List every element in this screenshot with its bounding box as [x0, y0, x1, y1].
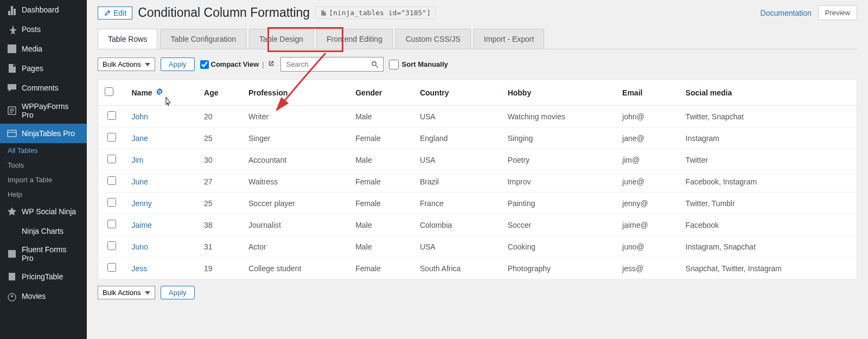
cell-age: 19: [197, 258, 242, 279]
row-checkbox[interactable]: [107, 198, 116, 207]
search-input[interactable]: [280, 57, 384, 72]
sidebar-item-pages[interactable]: Pages: [0, 59, 87, 78]
popout-icon[interactable]: [267, 60, 275, 69]
sidebar-item-ninja-charts[interactable]: Ninja Charts: [0, 221, 87, 241]
cell-profession: College student: [242, 258, 349, 279]
row-checkbox[interactable]: [107, 241, 116, 250]
cell-gender: Female: [349, 258, 413, 279]
sidebar-item-posts[interactable]: Posts: [0, 20, 87, 39]
sidebar-item-movies[interactable]: Movies: [0, 286, 87, 306]
tabs: Table RowsTable ConfigurationTable Desig…: [98, 29, 857, 49]
tab-table-configuration[interactable]: Table Configuration: [160, 29, 246, 49]
table-row[interactable]: Jim30AccountantMaleUSAPoetryjim@Twitter: [98, 149, 857, 171]
comment-icon: [7, 82, 17, 93]
cell-age: 25: [197, 193, 242, 214]
column-header-social-media[interactable]: Social media: [679, 80, 857, 106]
pricing-icon: [7, 271, 17, 282]
table-row[interactable]: June27WaitressFemaleBrazilImprovjune@Fac…: [98, 171, 857, 193]
row-checkbox[interactable]: [107, 220, 116, 228]
table-row[interactable]: Juno31ActorMaleUSACookingjuno@Instagram,…: [98, 236, 857, 258]
cell-name: Jane: [125, 127, 198, 149]
cell-hobby: Soccer: [501, 214, 616, 236]
cell-country: USA: [413, 149, 501, 171]
sidebar-item-fluent-forms-pro[interactable]: Fluent Forms Pro: [0, 241, 87, 267]
table-row[interactable]: Jaime38JournalistMaleColombiaSoccerjaime…: [98, 214, 857, 236]
row-checkbox[interactable]: [107, 155, 116, 163]
column-header-age[interactable]: Age: [197, 80, 242, 106]
sidebar-item-comments[interactable]: Comments: [0, 78, 87, 98]
cell-email: john@: [616, 106, 679, 127]
data-table: NameAgeProfessionGenderCountryHobbyEmail…: [98, 79, 857, 279]
apply-button-top[interactable]: Apply: [161, 57, 195, 71]
tab-import---export[interactable]: Import - Export: [474, 29, 545, 49]
cell-name: Juno: [125, 236, 198, 258]
cell-hobby: Painting: [501, 193, 616, 214]
apply-button-bottom[interactable]: Apply: [161, 286, 195, 299]
sidebar-item-media[interactable]: Media: [0, 39, 87, 59]
cell-gender: Female: [349, 193, 413, 214]
select-all-checkbox[interactable]: [105, 87, 113, 96]
row-checkbox[interactable]: [107, 133, 116, 142]
submenu-tools[interactable]: Tools: [0, 158, 87, 172]
table-row[interactable]: Jenny25Soccer playerFemaleFrancePainting…: [98, 193, 857, 214]
bulk-actions-select[interactable]: Bulk Actions: [98, 57, 155, 71]
row-checkbox[interactable]: [107, 263, 116, 272]
sidebar-item-pricingtable[interactable]: PricingTable: [0, 267, 87, 286]
cell-country: South Africa: [413, 258, 501, 279]
row-checkbox[interactable]: [107, 176, 116, 185]
column-header-profession[interactable]: Profession: [242, 80, 349, 106]
shortcode-display[interactable]: [ninja_tables id="3185"]: [315, 7, 436, 19]
column-header-email[interactable]: Email: [616, 80, 679, 106]
cell-gender: Male: [349, 149, 413, 171]
submenu-all-tables[interactable]: All Tables: [0, 143, 87, 158]
submenu-help[interactable]: Help: [0, 187, 87, 202]
cell-social: Twitter: [679, 149, 857, 171]
edit-button[interactable]: Edit: [98, 7, 132, 20]
table-row[interactable]: Jess19College studentFemaleSouth AfricaP…: [98, 258, 857, 279]
cell-age: 38: [197, 214, 242, 236]
tab-frontend-editing[interactable]: Frontend Editing: [316, 29, 393, 49]
cell-name: Jess: [125, 258, 198, 279]
column-header-hobby[interactable]: Hobby: [501, 80, 616, 106]
cell-email: jenny@: [616, 193, 679, 214]
sidebar-item-ninjatables-pro[interactable]: NinjaTables Pro: [0, 124, 87, 143]
admin-sidebar: DashboardPostsMediaPagesCommentsWPPayFor…: [0, 0, 87, 339]
sort-manually-checkbox[interactable]: [389, 60, 399, 69]
tab-table-rows[interactable]: Table Rows: [98, 29, 157, 49]
cell-hobby: Improv: [501, 171, 616, 193]
cell-profession: Journalist: [242, 214, 349, 236]
sidebar-item-wppayforms-pro[interactable]: WPPayForms Pro: [0, 98, 87, 124]
sort-manually-label: Sort Manually: [402, 60, 448, 68]
cell-profession: Waitress: [242, 171, 349, 193]
cell-country: USA: [413, 236, 501, 258]
column-header-gender[interactable]: Gender: [349, 80, 413, 106]
cell-social: Instagram, Snapchat: [679, 236, 857, 258]
tab-custom-css-js[interactable]: Custom CSS/JS: [395, 29, 471, 49]
sidebar-item-dashboard[interactable]: Dashboard: [0, 0, 87, 20]
compact-view-checkbox[interactable]: [200, 60, 209, 69]
tab-table-design[interactable]: Table Design: [249, 29, 314, 49]
cell-profession: Actor: [242, 236, 349, 258]
column-header-country[interactable]: Country: [413, 80, 501, 106]
table-row[interactable]: John20WriterMaleUSAWatching moviesjohn@T…: [98, 106, 857, 127]
documentation-link[interactable]: Documentation: [761, 9, 812, 17]
cell-social: Twitter, Tumblr: [679, 193, 857, 214]
edit-label: Edit: [113, 9, 126, 17]
document-icon: [320, 10, 327, 16]
row-checkbox[interactable]: [107, 111, 116, 120]
search-icon: [371, 60, 379, 69]
table-row[interactable]: Jane25SingerFemaleEnglandSingingjane@Ins…: [98, 127, 857, 149]
bulk-actions-select-bottom[interactable]: Bulk Actions: [98, 286, 155, 299]
preview-button[interactable]: Preview: [818, 5, 857, 20]
column-header-name[interactable]: Name: [125, 80, 198, 106]
cell-email: jim@: [616, 149, 679, 171]
cell-email: june@: [616, 171, 679, 193]
pin-icon: [7, 24, 17, 35]
cell-profession: Singer: [242, 127, 349, 149]
submenu-import-a-table[interactable]: Import a Table: [0, 172, 87, 187]
cell-name: Jim: [125, 149, 198, 171]
sidebar-item-wp-social-ninja[interactable]: WP Social Ninja: [0, 202, 87, 221]
column-settings-icon[interactable]: [156, 88, 163, 97]
cell-country: Brazil: [413, 171, 501, 193]
cell-name: Jenny: [125, 193, 198, 214]
